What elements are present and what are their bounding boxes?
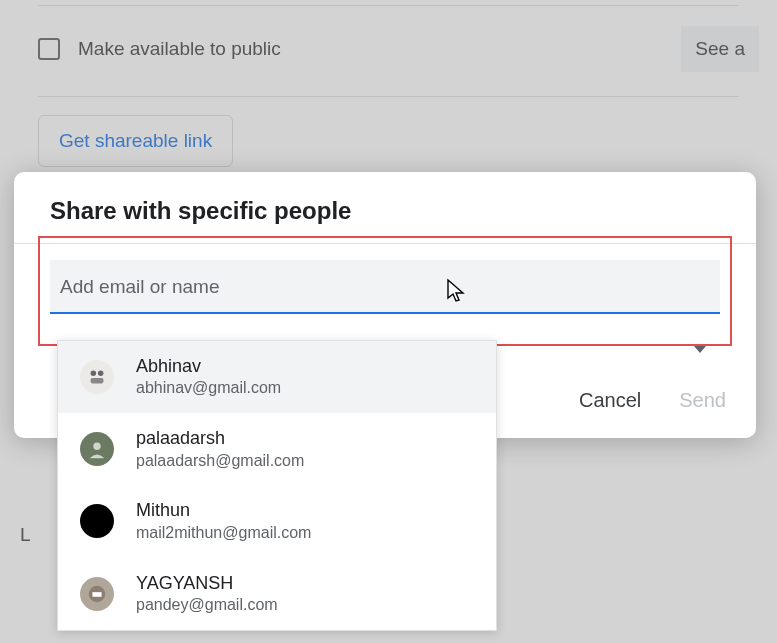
suggestions-dropdown: Abhinav abhinav@gmail.com palaadarsh pal… xyxy=(57,340,497,631)
email-name-input[interactable] xyxy=(50,260,720,314)
svg-rect-5 xyxy=(92,592,101,597)
suggestion-name: YAGYANSH xyxy=(136,572,278,595)
share-dialog: Share with specific people Cancel Send A… xyxy=(14,172,756,438)
suggestion-email: abhinav@gmail.com xyxy=(136,378,281,399)
chevron-down-icon xyxy=(694,346,706,353)
suggestion-email: pandey@gmail.com xyxy=(136,595,278,616)
suggestion-email: mail2mithun@gmail.com xyxy=(136,523,311,544)
avatar xyxy=(80,504,114,538)
cancel-button[interactable]: Cancel xyxy=(579,389,641,412)
svg-point-3 xyxy=(93,443,100,450)
dialog-title: Share with specific people xyxy=(14,197,756,243)
suggestion-item[interactable]: YAGYANSH pandey@gmail.com xyxy=(58,558,496,630)
suggestion-email: palaadarsh@gmail.com xyxy=(136,451,304,472)
suggestion-item[interactable]: Mithun mail2mithun@gmail.com xyxy=(58,485,496,557)
suggestion-item[interactable]: Abhinav abhinav@gmail.com xyxy=(58,341,496,413)
avatar xyxy=(80,432,114,466)
svg-rect-2 xyxy=(91,378,104,384)
svg-point-0 xyxy=(91,371,97,377)
suggestion-name: palaadarsh xyxy=(136,427,304,450)
svg-point-1 xyxy=(98,371,104,377)
suggestion-name: Mithun xyxy=(136,499,311,522)
suggestion-item[interactable]: palaadarsh palaadarsh@gmail.com xyxy=(58,413,496,485)
avatar xyxy=(80,360,114,394)
avatar xyxy=(80,577,114,611)
suggestion-name: Abhinav xyxy=(136,355,281,378)
send-button[interactable]: Send xyxy=(679,389,726,412)
